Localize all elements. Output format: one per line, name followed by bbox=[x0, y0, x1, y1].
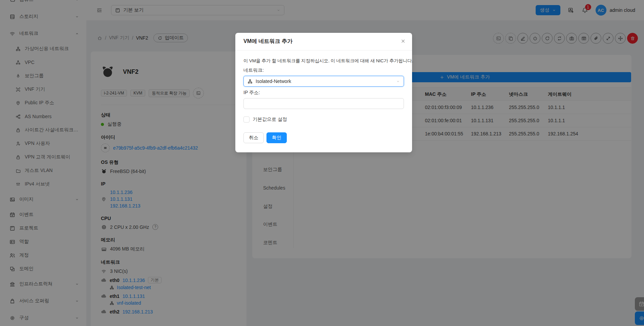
chevdown-icon bbox=[396, 80, 400, 83]
cancel-button[interactable]: 취소 bbox=[243, 132, 264, 143]
chevron-down-icon bbox=[396, 80, 400, 83]
network-select-value: Isolated-Network bbox=[256, 79, 291, 84]
ip-address-input[interactable] bbox=[243, 98, 404, 109]
modal-footer: 취소 확인 bbox=[235, 123, 412, 152]
set-default-checkbox-row: 기본값으로 설정 bbox=[243, 116, 404, 123]
modal-title: VM에 네트워크 추가 bbox=[243, 38, 293, 44]
modal-description: 이 VM을 추가 할 네트워크를 지정하십시오. 이 네트워크에 대해 새 NI… bbox=[243, 58, 404, 64]
network-label: 네트워크: bbox=[243, 67, 404, 73]
modal-header: VM에 네트워크 추가 bbox=[235, 33, 412, 50]
modal-body: 이 VM을 추가 할 네트워크를 지정하십시오. 이 네트워크에 대해 새 NI… bbox=[235, 50, 412, 123]
ok-button[interactable]: 확인 bbox=[266, 132, 287, 143]
set-default-label: 기본값으로 설정 bbox=[253, 116, 287, 123]
network-select[interactable]: Isolated-Network bbox=[243, 76, 404, 87]
network-icon bbox=[248, 79, 253, 84]
ip-address-label: IP 주소: bbox=[243, 90, 404, 96]
add-network-modal: VM에 네트워크 추가 이 VM을 추가 할 네트워크를 지정하십시오. 이 네… bbox=[235, 33, 412, 152]
set-default-checkbox[interactable] bbox=[243, 116, 250, 123]
sitemap-icon bbox=[248, 79, 253, 84]
close-icon bbox=[401, 39, 406, 44]
close-icon[interactable] bbox=[400, 38, 406, 44]
